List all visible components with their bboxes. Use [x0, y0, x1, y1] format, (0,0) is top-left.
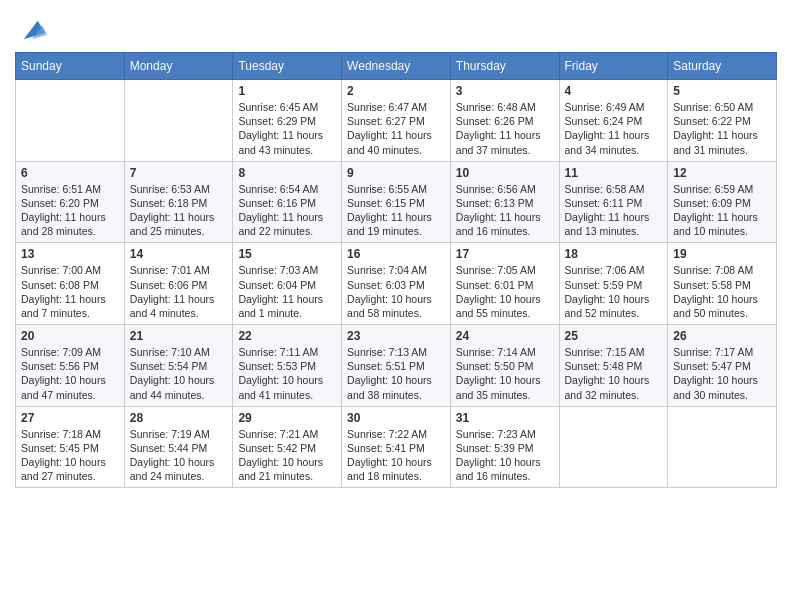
day-number: 29: [238, 411, 336, 425]
calendar-cell: 10Sunrise: 6:56 AM Sunset: 6:13 PM Dayli…: [450, 161, 559, 243]
day-number: 28: [130, 411, 228, 425]
calendar-cell: 15Sunrise: 7:03 AM Sunset: 6:04 PM Dayli…: [233, 243, 342, 325]
calendar-cell: 20Sunrise: 7:09 AM Sunset: 5:56 PM Dayli…: [16, 325, 125, 407]
cell-content: Sunrise: 7:13 AM Sunset: 5:51 PM Dayligh…: [347, 345, 445, 402]
calendar-body: 1Sunrise: 6:45 AM Sunset: 6:29 PM Daylig…: [16, 80, 777, 488]
cell-content: Sunrise: 7:00 AM Sunset: 6:08 PM Dayligh…: [21, 263, 119, 320]
day-header-friday: Friday: [559, 53, 668, 80]
calendar-cell: 29Sunrise: 7:21 AM Sunset: 5:42 PM Dayli…: [233, 406, 342, 488]
calendar-cell: 22Sunrise: 7:11 AM Sunset: 5:53 PM Dayli…: [233, 325, 342, 407]
calendar-cell: 30Sunrise: 7:22 AM Sunset: 5:41 PM Dayli…: [342, 406, 451, 488]
calendar-cell: 17Sunrise: 7:05 AM Sunset: 6:01 PM Dayli…: [450, 243, 559, 325]
calendar-cell: 3Sunrise: 6:48 AM Sunset: 6:26 PM Daylig…: [450, 80, 559, 162]
day-number: 4: [565, 84, 663, 98]
calendar-cell: 8Sunrise: 6:54 AM Sunset: 6:16 PM Daylig…: [233, 161, 342, 243]
header-row: SundayMondayTuesdayWednesdayThursdayFrid…: [16, 53, 777, 80]
cell-content: Sunrise: 7:01 AM Sunset: 6:06 PM Dayligh…: [130, 263, 228, 320]
cell-content: Sunrise: 6:49 AM Sunset: 6:24 PM Dayligh…: [565, 100, 663, 157]
cell-content: Sunrise: 6:45 AM Sunset: 6:29 PM Dayligh…: [238, 100, 336, 157]
calendar-table: SundayMondayTuesdayWednesdayThursdayFrid…: [15, 52, 777, 488]
day-number: 6: [21, 166, 119, 180]
day-number: 26: [673, 329, 771, 343]
day-number: 22: [238, 329, 336, 343]
calendar-cell: 18Sunrise: 7:06 AM Sunset: 5:59 PM Dayli…: [559, 243, 668, 325]
cell-content: Sunrise: 7:04 AM Sunset: 6:03 PM Dayligh…: [347, 263, 445, 320]
calendar-cell: 26Sunrise: 7:17 AM Sunset: 5:47 PM Dayli…: [668, 325, 777, 407]
calendar-header: SundayMondayTuesdayWednesdayThursdayFrid…: [16, 53, 777, 80]
cell-content: Sunrise: 7:18 AM Sunset: 5:45 PM Dayligh…: [21, 427, 119, 484]
calendar-cell: 25Sunrise: 7:15 AM Sunset: 5:48 PM Dayli…: [559, 325, 668, 407]
calendar-cell: 28Sunrise: 7:19 AM Sunset: 5:44 PM Dayli…: [124, 406, 233, 488]
cell-content: Sunrise: 6:48 AM Sunset: 6:26 PM Dayligh…: [456, 100, 554, 157]
day-number: 13: [21, 247, 119, 261]
day-number: 14: [130, 247, 228, 261]
day-number: 23: [347, 329, 445, 343]
cell-content: Sunrise: 6:58 AM Sunset: 6:11 PM Dayligh…: [565, 182, 663, 239]
cell-content: Sunrise: 7:21 AM Sunset: 5:42 PM Dayligh…: [238, 427, 336, 484]
week-row-2: 6Sunrise: 6:51 AM Sunset: 6:20 PM Daylig…: [16, 161, 777, 243]
calendar-cell: [124, 80, 233, 162]
day-number: 17: [456, 247, 554, 261]
day-number: 12: [673, 166, 771, 180]
day-number: 24: [456, 329, 554, 343]
day-header-monday: Monday: [124, 53, 233, 80]
calendar-cell: 1Sunrise: 6:45 AM Sunset: 6:29 PM Daylig…: [233, 80, 342, 162]
day-number: 25: [565, 329, 663, 343]
cell-content: Sunrise: 6:51 AM Sunset: 6:20 PM Dayligh…: [21, 182, 119, 239]
day-number: 7: [130, 166, 228, 180]
day-header-wednesday: Wednesday: [342, 53, 451, 80]
day-number: 30: [347, 411, 445, 425]
calendar-cell: 14Sunrise: 7:01 AM Sunset: 6:06 PM Dayli…: [124, 243, 233, 325]
calendar-cell: 9Sunrise: 6:55 AM Sunset: 6:15 PM Daylig…: [342, 161, 451, 243]
calendar-cell: 31Sunrise: 7:23 AM Sunset: 5:39 PM Dayli…: [450, 406, 559, 488]
day-number: 31: [456, 411, 554, 425]
calendar-cell: 6Sunrise: 6:51 AM Sunset: 6:20 PM Daylig…: [16, 161, 125, 243]
day-number: 5: [673, 84, 771, 98]
calendar-cell: 4Sunrise: 6:49 AM Sunset: 6:24 PM Daylig…: [559, 80, 668, 162]
cell-content: Sunrise: 7:10 AM Sunset: 5:54 PM Dayligh…: [130, 345, 228, 402]
day-number: 1: [238, 84, 336, 98]
day-header-tuesday: Tuesday: [233, 53, 342, 80]
calendar-cell: 19Sunrise: 7:08 AM Sunset: 5:58 PM Dayli…: [668, 243, 777, 325]
cell-content: Sunrise: 6:56 AM Sunset: 6:13 PM Dayligh…: [456, 182, 554, 239]
cell-content: Sunrise: 7:05 AM Sunset: 6:01 PM Dayligh…: [456, 263, 554, 320]
calendar-cell: [16, 80, 125, 162]
calendar-cell: 23Sunrise: 7:13 AM Sunset: 5:51 PM Dayli…: [342, 325, 451, 407]
day-number: 3: [456, 84, 554, 98]
calendar-cell: 2Sunrise: 6:47 AM Sunset: 6:27 PM Daylig…: [342, 80, 451, 162]
cell-content: Sunrise: 7:08 AM Sunset: 5:58 PM Dayligh…: [673, 263, 771, 320]
day-number: 19: [673, 247, 771, 261]
day-number: 8: [238, 166, 336, 180]
cell-content: Sunrise: 6:54 AM Sunset: 6:16 PM Dayligh…: [238, 182, 336, 239]
logo: [15, 16, 47, 44]
calendar-cell: [559, 406, 668, 488]
calendar-cell: 7Sunrise: 6:53 AM Sunset: 6:18 PM Daylig…: [124, 161, 233, 243]
cell-content: Sunrise: 7:23 AM Sunset: 5:39 PM Dayligh…: [456, 427, 554, 484]
day-number: 9: [347, 166, 445, 180]
cell-content: Sunrise: 6:50 AM Sunset: 6:22 PM Dayligh…: [673, 100, 771, 157]
calendar-cell: 16Sunrise: 7:04 AM Sunset: 6:03 PM Dayli…: [342, 243, 451, 325]
day-number: 20: [21, 329, 119, 343]
day-header-thursday: Thursday: [450, 53, 559, 80]
week-row-5: 27Sunrise: 7:18 AM Sunset: 5:45 PM Dayli…: [16, 406, 777, 488]
calendar-cell: 11Sunrise: 6:58 AM Sunset: 6:11 PM Dayli…: [559, 161, 668, 243]
day-number: 2: [347, 84, 445, 98]
calendar-cell: 24Sunrise: 7:14 AM Sunset: 5:50 PM Dayli…: [450, 325, 559, 407]
calendar-cell: 5Sunrise: 6:50 AM Sunset: 6:22 PM Daylig…: [668, 80, 777, 162]
calendar-cell: 13Sunrise: 7:00 AM Sunset: 6:08 PM Dayli…: [16, 243, 125, 325]
cell-content: Sunrise: 7:17 AM Sunset: 5:47 PM Dayligh…: [673, 345, 771, 402]
cell-content: Sunrise: 6:59 AM Sunset: 6:09 PM Dayligh…: [673, 182, 771, 239]
calendar-cell: [668, 406, 777, 488]
cell-content: Sunrise: 6:55 AM Sunset: 6:15 PM Dayligh…: [347, 182, 445, 239]
day-number: 21: [130, 329, 228, 343]
cell-content: Sunrise: 7:06 AM Sunset: 5:59 PM Dayligh…: [565, 263, 663, 320]
calendar-cell: 27Sunrise: 7:18 AM Sunset: 5:45 PM Dayli…: [16, 406, 125, 488]
cell-content: Sunrise: 7:14 AM Sunset: 5:50 PM Dayligh…: [456, 345, 554, 402]
day-number: 16: [347, 247, 445, 261]
day-header-sunday: Sunday: [16, 53, 125, 80]
day-number: 18: [565, 247, 663, 261]
calendar-cell: 21Sunrise: 7:10 AM Sunset: 5:54 PM Dayli…: [124, 325, 233, 407]
day-header-saturday: Saturday: [668, 53, 777, 80]
day-number: 10: [456, 166, 554, 180]
week-row-4: 20Sunrise: 7:09 AM Sunset: 5:56 PM Dayli…: [16, 325, 777, 407]
